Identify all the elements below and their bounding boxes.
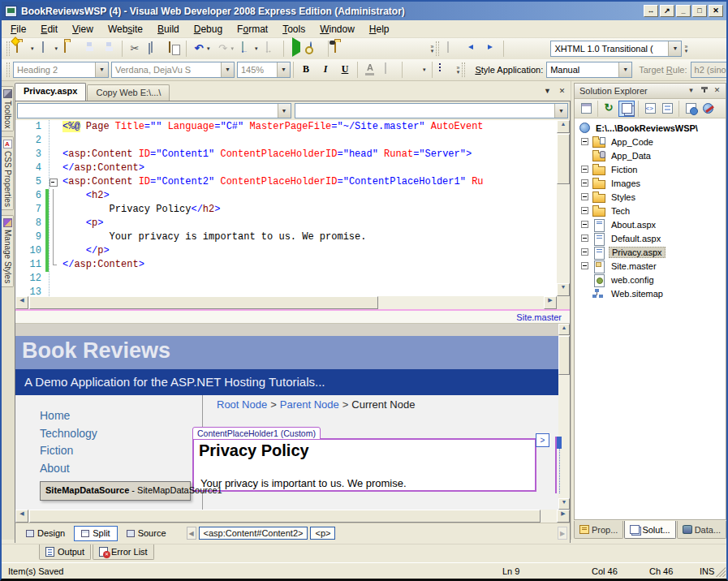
popout-button[interactable]: ↗ bbox=[660, 5, 674, 17]
code-line[interactable]: 5<asp:Content ID="Content2" ContentPlace… bbox=[15, 175, 557, 189]
bold-button[interactable] bbox=[297, 61, 315, 79]
undo-button[interactable]: ▾ bbox=[190, 40, 213, 58]
menu-tools[interactable]: Tools bbox=[275, 21, 312, 37]
copy-button[interactable] bbox=[145, 40, 163, 58]
find-in-files-button[interactable] bbox=[332, 40, 350, 58]
tree-item-fiction[interactable]: Fiction bbox=[575, 162, 726, 176]
markup-schema-combo[interactable]: XHTML 1.0 Transitional ( ▼ bbox=[550, 41, 682, 57]
font-color-button[interactable] bbox=[361, 61, 379, 79]
view-button-source[interactable]: Source bbox=[119, 526, 174, 541]
scrollbar-thumb[interactable] bbox=[29, 296, 378, 309]
comment-selection-button[interactable] bbox=[507, 40, 525, 58]
tree-item-images[interactable]: Images bbox=[575, 176, 726, 190]
editor-vertical-scrollbar[interactable]: ▲ ▼ bbox=[557, 120, 570, 296]
code-line[interactable]: 11</asp:Content> bbox=[15, 258, 557, 272]
chevron-down-icon[interactable]: ▾ bbox=[207, 45, 210, 52]
tree-item-default-aspx[interactable]: Default.aspx bbox=[575, 231, 726, 245]
toolbar-grip[interactable] bbox=[436, 41, 439, 56]
nav-link-fiction[interactable]: Fiction bbox=[40, 442, 97, 460]
chevron-down-icon[interactable]: ▼ bbox=[277, 62, 290, 77]
code-line[interactable]: 7 Privacy Policy</h2> bbox=[15, 203, 557, 217]
scroll-up-icon[interactable]: ▲ bbox=[558, 324, 570, 335]
solution-explorer-titlebar[interactable]: Solution Explorer ▾ ✕ bbox=[575, 84, 726, 99]
add-new-item-button[interactable]: ▾ bbox=[38, 40, 61, 58]
chevron-down-icon[interactable]: ▼ bbox=[668, 41, 681, 56]
expand-icon[interactable] bbox=[581, 179, 588, 187]
font-name-combo[interactable]: Verdana, DejaVu S ▼ bbox=[111, 62, 235, 78]
tree-item-tech[interactable]: Tech bbox=[575, 204, 726, 217]
code-line[interactable]: 13 bbox=[15, 286, 557, 296]
expand-icon[interactable] bbox=[581, 193, 588, 200]
code-line[interactable]: 3<asp:Content ID="Content1" ContentPlace… bbox=[15, 148, 557, 161]
toolbar-overflow-button[interactable]: »▾ bbox=[431, 45, 434, 53]
bullet-list-button[interactable] bbox=[436, 61, 454, 79]
view-code-button[interactable] bbox=[642, 101, 658, 117]
expand-icon[interactable] bbox=[581, 166, 588, 173]
code-line[interactable]: 10 </p> bbox=[15, 244, 557, 258]
code-line[interactable]: 2 bbox=[15, 134, 557, 148]
fold-marker[interactable] bbox=[49, 175, 58, 189]
highlight-button[interactable] bbox=[381, 61, 398, 79]
tree-item-about-aspx[interactable]: About.aspx bbox=[575, 217, 726, 231]
scroll-left-icon[interactable]: ◀ bbox=[15, 296, 28, 309]
design-page-heading[interactable]: Privacy Policy bbox=[199, 441, 535, 460]
design-horizontal-scrollbar[interactable]: ◀ ▶ bbox=[15, 510, 570, 523]
master-page-link[interactable]: Site.master bbox=[516, 312, 562, 322]
chevron-down-icon[interactable]: ▼ bbox=[95, 62, 108, 77]
expand-icon[interactable] bbox=[581, 221, 588, 228]
tree-item-privacy-aspx[interactable]: Privacy.aspx bbox=[575, 245, 726, 259]
bottom-tab-output[interactable]: Output bbox=[39, 544, 91, 560]
close-button[interactable]: ✕ bbox=[709, 5, 723, 17]
chevron-down-icon[interactable]: ▼ bbox=[278, 104, 291, 118]
chevron-down-icon[interactable]: ▾ bbox=[31, 45, 34, 52]
menu-debug[interactable]: Debug bbox=[187, 21, 230, 37]
view-button-design[interactable]: Design bbox=[19, 526, 72, 541]
design-paragraph[interactable]: Your privacy is important to us. We prom… bbox=[200, 477, 407, 489]
view-in-browser-button[interactable] bbox=[307, 40, 325, 58]
breadcrumb-link[interactable]: Parent Node bbox=[280, 398, 339, 411]
close-document-button[interactable]: ✕ bbox=[556, 86, 568, 97]
view-button-split[interactable]: Split bbox=[74, 526, 117, 541]
view-designer-button[interactable] bbox=[659, 101, 675, 117]
chevron-down-icon[interactable]: ▾ bbox=[55, 45, 58, 52]
content-placeholder-region[interactable]: Privacy Policy Your privacy is important… bbox=[192, 438, 536, 492]
panel-tab-properties[interactable]: Prop... bbox=[574, 521, 623, 539]
tag-nav-right-icon[interactable]: ▶ bbox=[558, 527, 567, 540]
panel-tab-database[interactable]: Data... bbox=[677, 521, 726, 539]
tree-root-item[interactable]: E:\...\BookReviewsWSP\ bbox=[575, 121, 726, 135]
document-tab[interactable]: Copy Web E:\...\ bbox=[87, 84, 170, 101]
code-line[interactable]: 4</asp:Content> bbox=[15, 161, 557, 175]
align-button[interactable]: ▾ bbox=[406, 61, 429, 79]
source-code-editor[interactable]: 1<%@ Page Title="" Language="C#" MasterP… bbox=[15, 120, 557, 296]
panel-tab-solution[interactable]: Solut... bbox=[624, 521, 675, 539]
decrease-indent-button[interactable] bbox=[463, 40, 480, 58]
scrollbar-thumb[interactable] bbox=[29, 510, 541, 523]
aspnet-configuration-button[interactable] bbox=[700, 101, 716, 117]
pin-button[interactable] bbox=[698, 85, 710, 97]
tree-item-styles[interactable]: Styles bbox=[575, 190, 726, 204]
expand-icon[interactable] bbox=[581, 248, 588, 256]
toolbar-grip[interactable] bbox=[6, 62, 10, 77]
close-button[interactable]: ✕ bbox=[711, 85, 723, 97]
target-rule-combo[interactable]: h2 (sinorcaish-screen.cs ▼ bbox=[691, 62, 728, 78]
style-application-combo[interactable]: Manual ▼ bbox=[546, 62, 632, 78]
solution-tree[interactable]: E:\...\BookReviewsWSP\App_CodeApp_DataFi… bbox=[575, 118, 726, 519]
code-line[interactable]: 8 <p> bbox=[15, 217, 557, 230]
tree-item-web-sitemap[interactable]: Web.sitemap bbox=[575, 286, 726, 300]
expand-icon[interactable] bbox=[581, 262, 588, 269]
format-document-button[interactable] bbox=[443, 40, 461, 58]
window-position-button[interactable]: ▾ bbox=[685, 85, 697, 97]
uncomment-selection-button[interactable] bbox=[527, 40, 545, 58]
start-debugging-button[interactable] bbox=[287, 40, 305, 58]
properties-window-button[interactable] bbox=[578, 101, 594, 117]
scroll-right-icon[interactable]: ▶ bbox=[544, 296, 557, 309]
expand-icon[interactable] bbox=[581, 138, 588, 145]
sidebar-tab-toolbox[interactable]: Toolbox bbox=[2, 86, 14, 131]
redo-button[interactable]: ▾ bbox=[214, 40, 237, 58]
chevron-down-icon[interactable]: ▼ bbox=[618, 62, 631, 77]
tag-nav-left-icon[interactable]: ◀ bbox=[187, 527, 196, 540]
nav-link-home[interactable]: Home bbox=[40, 407, 97, 425]
navigate-forward-button[interactable] bbox=[262, 40, 280, 58]
smart-tag-button[interactable]: > bbox=[536, 433, 549, 447]
sitemapdatasource-control[interactable]: SiteMapDataSource - SiteMapDataSource1 bbox=[40, 481, 191, 501]
